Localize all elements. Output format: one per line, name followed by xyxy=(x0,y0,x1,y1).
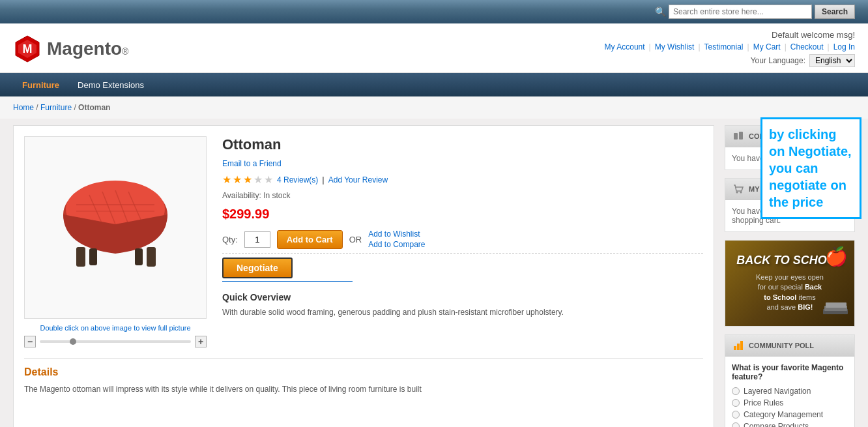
language-select[interactable]: English xyxy=(809,54,855,67)
negotiate-button[interactable]: Negotiate xyxy=(222,258,293,278)
poll-option-category-label: Category Management xyxy=(744,410,823,419)
svg-rect-22 xyxy=(734,346,736,350)
logo: M Magento® xyxy=(13,35,128,63)
add-review-link[interactable]: Add Your Review xyxy=(328,175,388,184)
poll-option-price-label: Price Rules xyxy=(744,398,783,407)
svg-text:M: M xyxy=(23,42,33,55)
product-image-box[interactable] xyxy=(24,136,207,319)
quick-overview-title: Quick Overview xyxy=(222,292,703,302)
add-to-cart-button[interactable]: Add to Cart xyxy=(277,230,343,249)
cart-icon xyxy=(732,183,745,196)
poll-icon xyxy=(732,339,745,352)
header: M Magento® Default welcome msg! My Accou… xyxy=(0,23,868,73)
zoom-slider[interactable] xyxy=(40,340,191,343)
svg-rect-16 xyxy=(739,132,743,140)
magento-logo-icon: M xyxy=(13,35,42,63)
poll-option-layered-label: Layered Navigation xyxy=(744,387,811,396)
svg-rect-23 xyxy=(737,344,740,350)
apple-icon: 🍎 xyxy=(825,246,848,267)
community-poll-widget: COMMUNITY POLL What is your favorite Mag… xyxy=(725,334,855,427)
product-title: Ottoman xyxy=(222,136,703,153)
svg-rect-21 xyxy=(826,302,846,308)
nav-furniture[interactable]: Furniture xyxy=(13,75,68,95)
poll-option-price[interactable]: Price Rules xyxy=(732,398,848,407)
breadcrumb-current: Ottoman xyxy=(78,103,110,112)
add-to-wishlist-link[interactable]: Add to Wishlist xyxy=(368,229,425,239)
zoom-out-button[interactable]: − xyxy=(24,336,36,347)
language-label: Your Language: xyxy=(751,56,805,65)
poll-radio-compare[interactable] xyxy=(732,422,740,427)
negotiate-line xyxy=(222,281,353,282)
breadcrumb-furniture[interactable]: Furniture xyxy=(40,103,72,112)
breadcrumb-home[interactable]: Home xyxy=(13,103,34,112)
quick-overview: Quick Overview With durable solid wood f… xyxy=(222,292,703,318)
books-icon xyxy=(823,299,849,321)
main-content: Double click on above image to view full… xyxy=(0,119,868,427)
poll-option-category[interactable]: Category Management xyxy=(732,410,848,419)
wishlist-compare: Add to Wishlist Add to Compare xyxy=(368,229,425,249)
zoom-controls: − + xyxy=(24,336,207,347)
product-price: $299.99 xyxy=(222,207,703,222)
my-account-link[interactable]: My Account xyxy=(605,42,645,52)
or-text: OR xyxy=(349,235,362,244)
rating-row: ★ ★ ★ ★ ★ 4 Review(s) | Add Your Review xyxy=(222,173,703,186)
nav-demo-extensions[interactable]: Demo Extensions xyxy=(68,75,153,95)
details-section: Details The Magento ottoman will impress… xyxy=(24,358,703,395)
svg-rect-15 xyxy=(734,133,738,140)
poll-widget-title: COMMUNITY POLL xyxy=(749,342,814,349)
back-school-text: Keep your eyes openfor our special Backt… xyxy=(756,272,824,313)
language-row: Your Language: English xyxy=(605,54,855,67)
testimonial-link[interactable]: Testimonial xyxy=(704,42,744,52)
details-title: Details xyxy=(24,366,703,378)
star-rating: ★ ★ ★ ★ ★ xyxy=(222,173,273,186)
availability: Availability: In stock xyxy=(222,191,703,200)
image-caption: Double click on above image to view full… xyxy=(24,324,207,332)
add-to-cart-row: Qty: Add to Cart OR Add to Wishlist Add … xyxy=(222,229,703,249)
poll-question: What is your favorite Magento feature? xyxy=(732,363,848,381)
login-link[interactable]: Log In xyxy=(833,42,855,52)
navigation-bar: Furniture Demo Extensions xyxy=(0,73,868,96)
details-text: The Magento ottoman will impress with it… xyxy=(24,383,703,395)
back-to-school-banner[interactable]: 🍎 BACK TO SCHOOL Keep your eyes openfor … xyxy=(725,240,855,327)
my-wishlist-link[interactable]: My Wishlist xyxy=(655,42,695,52)
svg-point-17 xyxy=(736,192,738,194)
compare-icon xyxy=(732,130,745,143)
search-icon: 🔍 xyxy=(655,7,666,17)
poll-radio-price[interactable] xyxy=(732,399,740,407)
product-area: Double click on above image to view full… xyxy=(13,125,714,427)
svg-rect-14 xyxy=(135,248,143,265)
star-5: ★ xyxy=(264,173,273,186)
poll-radio-layered[interactable] xyxy=(732,387,740,395)
quick-overview-text: With durable solid wood framing, generou… xyxy=(222,306,703,318)
product-layout: Double click on above image to view full… xyxy=(24,136,703,347)
product-image-section: Double click on above image to view full… xyxy=(24,136,207,347)
star-1: ★ xyxy=(222,173,231,186)
email-friend-link[interactable]: Email to a Friend xyxy=(222,159,282,168)
logo-text: Magento® xyxy=(47,38,128,59)
poll-widget-header: COMMUNITY POLL xyxy=(725,335,854,357)
svg-point-18 xyxy=(740,192,742,194)
search-input[interactable] xyxy=(669,5,812,19)
add-to-compare-link[interactable]: Add to Compare xyxy=(368,240,425,249)
product-info: Ottoman Email to a Friend ★ ★ ★ ★ ★ 4 Re… xyxy=(222,136,703,347)
svg-rect-11 xyxy=(76,247,85,267)
poll-radio-category[interactable] xyxy=(732,411,740,419)
svg-rect-13 xyxy=(89,248,97,265)
poll-option-compare[interactable]: Compare Products xyxy=(732,422,848,427)
checkout-link[interactable]: Checkout xyxy=(790,42,824,52)
header-right: Default welcome msg! My Account | My Wis… xyxy=(605,30,855,67)
search-button[interactable]: Search xyxy=(815,5,855,19)
poll-option-layered[interactable]: Layered Navigation xyxy=(732,387,848,396)
poll-option-compare-label: Compare Products xyxy=(744,422,809,427)
qty-label: Qty: xyxy=(222,235,238,244)
qty-input[interactable] xyxy=(244,231,270,248)
zoom-in-button[interactable]: + xyxy=(195,336,207,347)
zoom-slider-thumb xyxy=(70,338,76,345)
welcome-message: Default welcome msg! xyxy=(605,30,855,40)
my-cart-link[interactable]: My Cart xyxy=(753,42,781,52)
search-container: 🔍 Search xyxy=(655,5,855,19)
svg-rect-24 xyxy=(740,341,743,350)
callout-box: by clicking on Negotiate, you can negoti… xyxy=(760,117,861,219)
header-links: My Account | My Wishlist | Testimonial |… xyxy=(605,42,855,52)
review-count-link[interactable]: 4 Review(s) xyxy=(277,175,318,184)
